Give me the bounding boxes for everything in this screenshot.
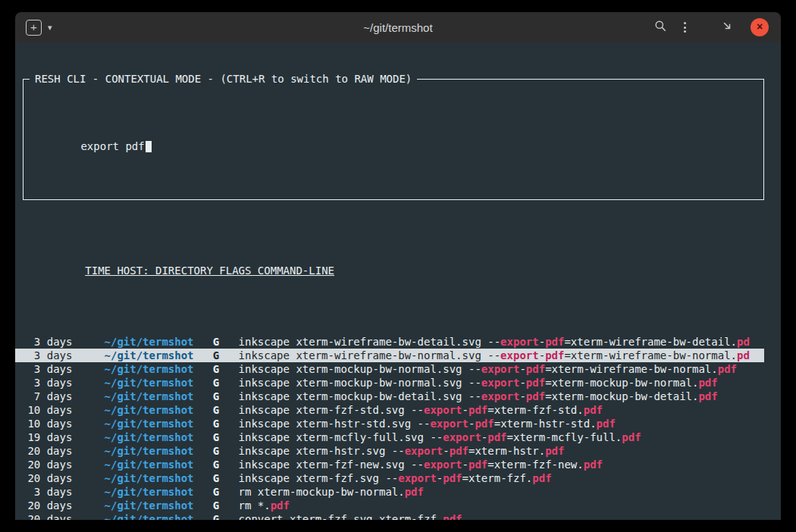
row-flags: G [200, 417, 232, 430]
row-flags: G [200, 403, 232, 417]
history-row[interactable]: 20 days~/git/termshotGinkscape xterm-hst… [15, 444, 764, 458]
search-query-text: export pdf [80, 140, 144, 152]
row-command: inkscape xterm-fzf-new.svg --export-pdf=… [239, 458, 764, 471]
row-host-directory: ~/git/termshot [79, 499, 194, 512]
row-flags: G [200, 499, 232, 512]
row-flags: G [200, 471, 232, 485]
row-time: 3 days [21, 376, 72, 390]
row-time: 3 days [21, 349, 72, 362]
panel-title: RESH CLI - CONTEXTUAL MODE - (CTRL+R to … [30, 72, 417, 86]
row-host-directory: ~/git/termshot [79, 485, 194, 499]
titlebar[interactable]: + ▾ ~/git/termshot × [15, 12, 781, 42]
row-command: inkscape xterm-wireframe-bw-normal.svg -… [239, 349, 764, 362]
row-host-directory: ~/git/termshot [79, 403, 194, 417]
history-row[interactable]: 3 days~/git/termshotGinkscape xterm-wire… [15, 349, 764, 362]
chevron-down-icon[interactable]: ▾ [48, 23, 52, 33]
row-flags: G [200, 376, 232, 390]
row-host-directory: ~/git/termshot [79, 444, 194, 458]
row-command: inkscape xterm-hstr-std.svg --export-pdf… [239, 417, 764, 430]
row-command: inkscape xterm-fzf-std.svg --export-pdf=… [239, 403, 764, 417]
row-host-directory: ~/git/termshot [79, 335, 194, 349]
row-command: inkscape xterm-mockup-bw-normal.svg --ex… [239, 376, 764, 390]
resh-search-panel: RESH CLI - CONTEXTUAL MODE - (CTRL+R to … [23, 79, 764, 200]
row-command: rm *.pdf [239, 499, 764, 512]
restore-window-button[interactable] [721, 20, 733, 35]
history-row[interactable]: 10 days~/git/termshotGinkscape xterm-hst… [15, 417, 764, 430]
row-command: inkscape xterm-mockup-bw-detail.svg --ex… [239, 390, 764, 403]
table-header: TIME HOST: DIRECTORY FLAGS COMMAND-LINE [85, 264, 334, 277]
history-rows: 3 days~/git/termshotGinkscape xterm-wire… [15, 335, 781, 520]
row-host-directory: ~/git/termshot [79, 390, 194, 403]
close-button[interactable]: × [751, 18, 769, 36]
history-row[interactable]: 3 days~/git/termshotGrm xterm-mockup-bw-… [15, 485, 764, 499]
row-host-directory: ~/git/termshot [79, 471, 194, 485]
row-command: inkscape xterm-fzf.svg --export-pdf=xter… [239, 471, 764, 485]
row-time: 20 days [21, 512, 72, 520]
row-time: 3 days [21, 362, 72, 376]
history-row[interactable]: 3 days~/git/termshotGinkscape xterm-mock… [15, 376, 764, 390]
row-command: rm xterm-mockup-bw-normal.pdf [239, 485, 764, 499]
row-time: 20 days [21, 458, 72, 471]
row-host-directory: ~/git/termshot [79, 458, 194, 471]
history-row[interactable]: 10 days~/git/termshotGinkscape xterm-fzf… [15, 403, 764, 417]
row-time: 20 days [21, 471, 72, 485]
history-row[interactable]: 20 days~/git/termshotGconvert xterm-fzf.… [15, 512, 764, 520]
row-command: inkscape xterm-mockup-bw-normal.svg --ex… [239, 362, 764, 376]
row-host-directory: ~/git/termshot [79, 362, 194, 376]
row-time: 3 days [21, 335, 72, 349]
row-command: inkscape xterm-wireframe-bw-detail.svg -… [239, 335, 764, 349]
history-row[interactable]: 3 days~/git/termshotGinkscape xterm-mock… [15, 362, 764, 376]
history-row[interactable]: 3 days~/git/termshotGinkscape xterm-wire… [15, 335, 764, 349]
row-host-directory: ~/git/termshot [79, 430, 194, 444]
row-time: 3 days [21, 485, 72, 499]
restore-window-icon [721, 20, 733, 32]
row-host-directory: ~/git/termshot [79, 417, 194, 430]
row-time: 20 days [21, 499, 72, 512]
row-flags: G [200, 444, 232, 458]
history-row[interactable]: 19 days~/git/termshotGinkscape xterm-mcf… [15, 430, 764, 444]
plus-icon: + [30, 20, 37, 33]
row-flags: G [200, 349, 232, 362]
row-flags: G [200, 485, 232, 499]
row-flags: G [200, 335, 232, 349]
menu-kebab-icon[interactable] [684, 22, 686, 33]
search-input[interactable]: export pdf [30, 126, 757, 167]
row-host-directory: ~/git/termshot [79, 512, 194, 520]
row-time: 10 days [21, 417, 72, 430]
table-header-row: TIME HOST: DIRECTORY FLAGS COMMAND-LINE [15, 250, 781, 291]
row-time: 7 days [21, 390, 72, 403]
search-icon[interactable] [654, 20, 666, 35]
text-cursor [146, 141, 152, 152]
row-time: 19 days [21, 430, 72, 444]
history-row[interactable]: 20 days~/git/termshotGinkscape xterm-fzf… [15, 471, 764, 485]
row-command: inkscape xterm-mcfly-full.svg --export-p… [239, 430, 764, 444]
row-flags: G [200, 390, 232, 403]
row-time: 10 days [21, 403, 72, 417]
terminal-window: + ▾ ~/git/termshot × [15, 12, 781, 520]
terminal-content[interactable]: RESH CLI - CONTEXTUAL MODE - (CTRL+R to … [15, 42, 781, 520]
history-row[interactable]: 7 days~/git/termshotGinkscape xterm-mock… [15, 390, 764, 403]
row-command: convert xterm-fzf.svg xterm-fzf.pdf [239, 512, 764, 520]
row-flags: G [200, 430, 232, 444]
history-row[interactable]: 20 days~/git/termshotGinkscape xterm-fzf… [15, 458, 764, 471]
row-command: inkscape xterm-hstr.svg --export-pdf=xte… [239, 444, 764, 458]
row-flags: G [200, 362, 232, 376]
row-flags: G [200, 512, 232, 520]
row-host-directory: ~/git/termshot [79, 349, 194, 362]
row-host-directory: ~/git/termshot [79, 376, 194, 390]
row-flags: G [200, 458, 232, 471]
new-tab-button[interactable]: + [26, 20, 42, 36]
row-time: 20 days [21, 444, 72, 458]
close-icon: × [757, 20, 763, 33]
history-row[interactable]: 20 days~/git/termshotGrm *.pdf [15, 499, 764, 512]
